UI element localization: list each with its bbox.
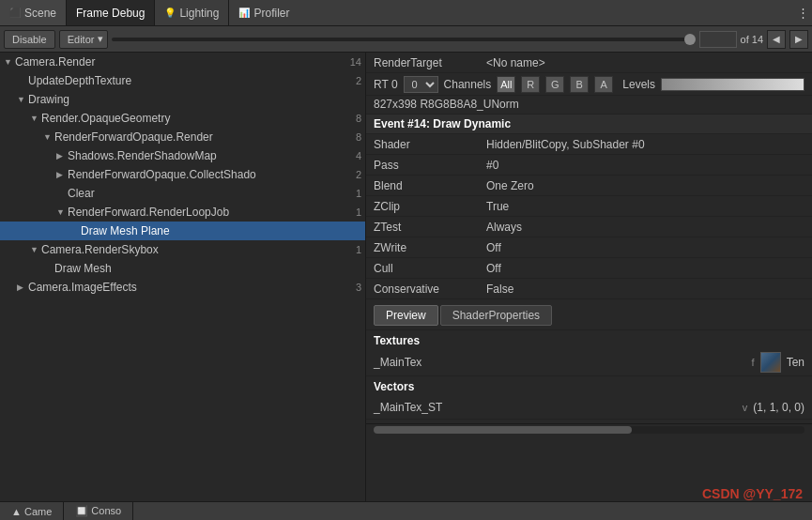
next-frame-button[interactable]: ▶ bbox=[789, 30, 808, 49]
prop-value-zclip: True bbox=[486, 200, 804, 213]
tab-lighting[interactable]: 💡 Lighting bbox=[155, 0, 228, 25]
prop-label-cull: Cull bbox=[374, 262, 486, 275]
tab-lighting-label: Lighting bbox=[179, 7, 219, 20]
tab-scene[interactable]: ⬛ Scene bbox=[0, 0, 66, 25]
prev-frame-button[interactable]: ◀ bbox=[767, 30, 786, 49]
prop-label-zwrite: ZWrite bbox=[374, 241, 486, 254]
prop-value-pass: #0 bbox=[486, 159, 804, 172]
expand-icon-collect-shado: ▶ bbox=[56, 170, 66, 179]
channel-g-button[interactable]: G bbox=[545, 76, 564, 93]
tab-profiler[interactable]: 📊 Profiler bbox=[229, 0, 299, 25]
render-target-label: RenderTarget bbox=[374, 56, 486, 69]
second-toolbar: Disable Editor ▾ 14 of 14 ◀ ▶ bbox=[0, 26, 812, 53]
bottom-tab-console[interactable]: 🔲 Conso bbox=[64, 502, 133, 520]
texture-thumb-maintex bbox=[760, 352, 781, 373]
tree-item-camera-render[interactable]: ▼ Camera.Render 14 bbox=[0, 53, 365, 71]
expand-icon-renderloop-job: ▼ bbox=[56, 207, 66, 217]
channel-all-button[interactable]: All bbox=[497, 76, 515, 93]
expand-icon-renderforward-opaque: ▼ bbox=[43, 132, 53, 142]
preview-tab-button[interactable]: Preview bbox=[374, 305, 438, 326]
event-title: Event #14: Draw Dynamic bbox=[374, 117, 511, 130]
tree-item-image-effects[interactable]: ▶ Camera.ImageEffects 3 bbox=[0, 278, 365, 297]
prop-row-shader: Shader Hidden/BlitCopy, SubShader #0 bbox=[366, 134, 812, 155]
texture-val-maintex: Ten bbox=[787, 356, 804, 369]
tree-item-label-renderforward-opaque: RenderForwardOpaque.Render bbox=[54, 130, 213, 144]
tree-item-number-image-effects: 3 bbox=[356, 282, 361, 293]
expand-icon-image-effects: ▶ bbox=[17, 283, 26, 292]
tab-frame-debug-label: Frame Debug bbox=[76, 7, 145, 20]
frame-total-label: of 14 bbox=[741, 34, 763, 45]
tree-item-updatedepth[interactable]: UpdateDepthTexture 2 bbox=[0, 71, 365, 90]
expand-icon-camera-render: ▼ bbox=[4, 57, 13, 67]
preview-tabs-container: Preview ShaderProperties bbox=[366, 299, 812, 330]
horizontal-scrollbar[interactable] bbox=[374, 426, 804, 434]
bottom-tab-console-label: 🔲 Conso bbox=[75, 505, 121, 517]
shader-properties-tab-button[interactable]: ShaderProperties bbox=[440, 305, 552, 326]
tree-item-render-opaque[interactable]: ▼ Render.OpaqueGeometry 8 bbox=[0, 109, 365, 128]
vectors-section-title: Vectors bbox=[366, 376, 812, 395]
tree-item-camera-skybox[interactable]: ▼ Camera.RenderSkybox 1 bbox=[0, 240, 365, 259]
tree-item-label-draw-mesh-plane: Draw Mesh Plane bbox=[81, 224, 170, 237]
tab-scene-label: Scene bbox=[24, 7, 56, 20]
prop-value-blend: One Zero bbox=[486, 179, 804, 192]
tree-item-drawing[interactable]: ▼ Drawing bbox=[0, 90, 365, 109]
prop-label-conservative: Conservative bbox=[374, 283, 486, 296]
frame-number-input[interactable]: 14 bbox=[699, 31, 737, 48]
levels-bar bbox=[661, 78, 804, 91]
tree-item-renderforward-opaque[interactable]: ▼ RenderForwardOpaque.Render 8 bbox=[0, 128, 365, 146]
channel-a-button[interactable]: A bbox=[594, 76, 613, 93]
prop-value-cull: Off bbox=[486, 262, 804, 275]
tree-item-number-camera-render: 14 bbox=[350, 56, 361, 68]
render-target-value: <No name> bbox=[486, 56, 804, 69]
tree-item-number-updatedepth: 2 bbox=[356, 75, 361, 86]
toolbar-menu-button[interactable]: ⋮ bbox=[793, 0, 812, 26]
prop-row-ztest: ZTest Always bbox=[366, 217, 812, 237]
watermark-text: CSDN @YY_172 bbox=[702, 486, 803, 501]
tree-item-number-shadows: 4 bbox=[356, 150, 361, 161]
tree-item-draw-mesh-plane[interactable]: Draw Mesh Plane bbox=[0, 222, 365, 240]
tree-item-clear[interactable]: Clear 1 bbox=[0, 184, 365, 203]
tree-item-draw-mesh[interactable]: Draw Mesh bbox=[0, 259, 365, 278]
bottom-tab-camera-label: ▲ Came bbox=[11, 506, 52, 517]
tree-item-label-image-effects: Camera.ImageEffects bbox=[28, 281, 137, 294]
tree-item-number-clear: 1 bbox=[356, 188, 361, 199]
expand-icon-render-opaque: ▼ bbox=[30, 114, 39, 123]
main-content: ▼ Camera.Render 14 UpdateDepthTexture 2 … bbox=[0, 53, 812, 520]
bottom-tab-camera[interactable]: ▲ Came bbox=[0, 502, 64, 520]
tree-item-collect-shado[interactable]: ▶ RenderForwardOpaque.CollectShado 2 bbox=[0, 165, 365, 184]
channel-b-button[interactable]: B bbox=[570, 76, 589, 93]
tree-item-label-camera-render: Camera.Render bbox=[15, 55, 95, 69]
resolution-text: 827x398 R8G8B8A8_UNorm bbox=[374, 98, 519, 111]
prop-label-zclip: ZClip bbox=[374, 200, 486, 213]
tree-item-label-drawing: Drawing bbox=[28, 93, 69, 106]
frame-slider-thumb[interactable] bbox=[684, 34, 696, 45]
channel-r-button[interactable]: R bbox=[521, 76, 540, 93]
prop-value-zwrite: Off bbox=[486, 241, 804, 254]
tree-item-renderloop-job[interactable]: ▼ RenderForward.RenderLoopJob 1 bbox=[0, 203, 365, 222]
expand-icon-camera-skybox: ▼ bbox=[30, 245, 39, 254]
tree-item-label-renderloop-job: RenderForward.RenderLoopJob bbox=[68, 206, 229, 219]
prop-value-ztest: Always bbox=[486, 221, 804, 234]
channels-label: Channels bbox=[444, 78, 492, 91]
frame-slider-track[interactable] bbox=[112, 38, 695, 41]
editor-dropdown[interactable]: Editor ▾ bbox=[59, 30, 109, 49]
profiler-icon: 📊 bbox=[238, 8, 250, 18]
expand-icon-drawing: ▼ bbox=[17, 95, 26, 104]
prop-row-zwrite: ZWrite Off bbox=[366, 237, 812, 258]
top-toolbar: ⬛ Scene Frame Debug 💡 Lighting 📊 Profile… bbox=[0, 0, 812, 26]
rt-dropdown[interactable]: 0 bbox=[404, 76, 438, 93]
disable-button[interactable]: Disable bbox=[4, 30, 55, 49]
prop-value-shader: Hidden/BlitCopy, SubShader #0 bbox=[486, 138, 804, 151]
tree-item-shadows[interactable]: ▶ Shadows.RenderShadowMap 4 bbox=[0, 146, 365, 165]
tree-item-number-render-opaque: 8 bbox=[356, 113, 361, 124]
prop-row-zclip: ZClip True bbox=[366, 196, 812, 217]
texture-name-maintex: _MainTex bbox=[374, 356, 752, 369]
scrollbar-thumb[interactable] bbox=[374, 426, 632, 434]
prop-label-shader: Shader bbox=[374, 138, 486, 151]
tab-profiler-label: Profiler bbox=[253, 7, 289, 20]
tab-frame-debug[interactable]: Frame Debug bbox=[67, 0, 154, 25]
prop-label-ztest: ZTest bbox=[374, 221, 486, 234]
bottom-tabs: ▲ Came 🔲 Conso bbox=[0, 501, 812, 520]
right-panel: RenderTarget <No name> RT 0 0 Channels A… bbox=[366, 53, 812, 520]
textures-label: Textures bbox=[374, 334, 420, 347]
